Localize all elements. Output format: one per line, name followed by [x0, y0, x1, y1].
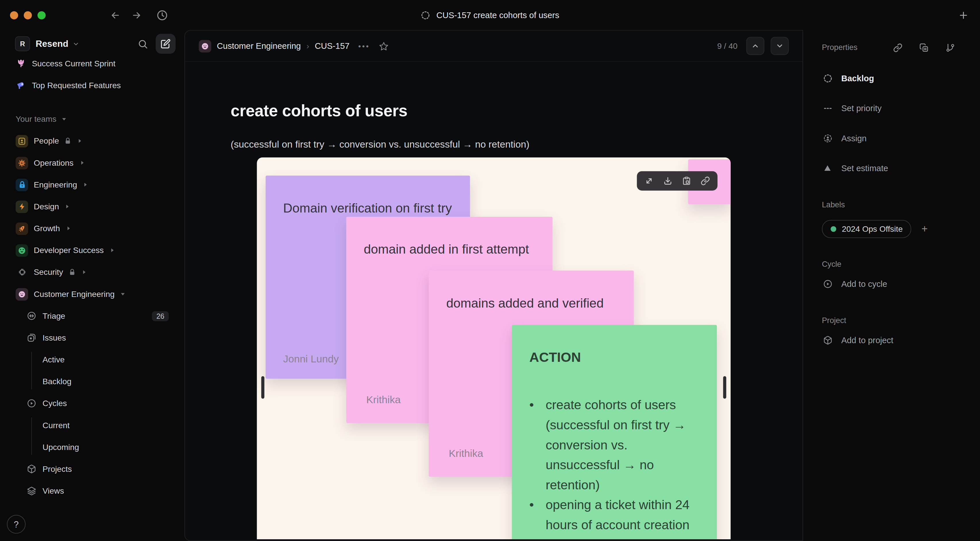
- forward-icon[interactable]: [131, 10, 142, 21]
- breadcrumb-issue-id[interactable]: CUS-157: [315, 41, 350, 51]
- git-branch-icon[interactable]: [945, 43, 955, 52]
- new-issue-button[interactable]: [156, 34, 176, 54]
- sidebar-team-people[interactable]: People: [0, 130, 185, 152]
- titlebar: CUS-157 create cohorts of users: [0, 0, 980, 30]
- issue-title[interactable]: create cohorts of users: [231, 101, 802, 121]
- sidebar-item-upcoming[interactable]: Upcoming: [0, 436, 185, 458]
- window-minimize-button[interactable]: [24, 11, 32, 19]
- search-icon[interactable]: [138, 38, 148, 49]
- chevron-right-icon: [81, 269, 87, 275]
- chevron-up-icon: [751, 42, 759, 50]
- add-to-cycle-button[interactable]: Add to cycle: [822, 273, 955, 294]
- status-selector[interactable]: Backlog: [822, 67, 955, 89]
- image-resize-handle-left[interactable]: [261, 376, 264, 399]
- help-button[interactable]: ?: [7, 515, 25, 533]
- play-circle-icon: [822, 279, 833, 289]
- history-clock-icon[interactable]: [156, 9, 168, 21]
- more-actions-button[interactable]: •••: [358, 41, 370, 50]
- window-zoom-button[interactable]: [38, 11, 46, 19]
- estimate-selector[interactable]: Set estimate: [822, 158, 955, 178]
- play-circle-icon: [27, 399, 37, 408]
- label-name: 2024 Ops Offsite: [842, 224, 903, 234]
- issue-description[interactable]: (successful on first try → conversion vs…: [231, 139, 802, 150]
- sidebar-team-growth[interactable]: Growth: [0, 217, 185, 239]
- sidebar-team-security[interactable]: Security: [0, 261, 185, 283]
- sidebar-item-views[interactable]: Views: [0, 480, 185, 502]
- issues-icon: [27, 333, 37, 342]
- next-issue-button[interactable]: [771, 37, 789, 55]
- priority-selector[interactable]: Set priority: [822, 97, 955, 119]
- sidebar-team-developer-success[interactable]: Developer Success: [0, 239, 185, 261]
- whiteboard-image-embed[interactable]: hi Domain verification on first try Jonn…: [257, 158, 730, 539]
- link-icon[interactable]: [700, 176, 710, 186]
- sidebar-item-label: Projects: [43, 464, 72, 474]
- expand-icon[interactable]: [644, 176, 654, 186]
- note-author: Jonni Lundy: [283, 348, 339, 369]
- layers-icon: [27, 486, 37, 496]
- your-teams-header[interactable]: Your teams: [0, 108, 185, 130]
- image-toolbar: [637, 171, 718, 190]
- favorite-star-icon[interactable]: [379, 41, 388, 51]
- people-team-icon: [16, 135, 28, 147]
- properties-title: Properties: [822, 43, 858, 52]
- previous-issue-button[interactable]: [746, 37, 764, 55]
- chevron-down-icon: [120, 291, 126, 297]
- status-value: Backlog: [841, 73, 874, 83]
- sidebar-team-label: Security: [34, 267, 63, 277]
- sidebar-team-label: People: [34, 136, 59, 146]
- sidebar-item-success-current-sprint[interactable]: Success Current Sprint: [0, 57, 185, 74]
- window-close-button[interactable]: [10, 11, 18, 19]
- copy-id-icon[interactable]: [920, 43, 929, 52]
- lock-icon: [65, 138, 72, 145]
- workspace-switcher[interactable]: R Resend: [0, 30, 185, 57]
- sidebar-item-label: Active: [43, 355, 65, 364]
- note-text: domains added and verified: [446, 293, 616, 313]
- gear-icon: [16, 156, 28, 169]
- chevron-right-icon: [79, 160, 85, 166]
- copy-link-icon[interactable]: [893, 43, 903, 52]
- sidebar-team-customer-engineering[interactable]: Customer Engineering: [0, 283, 185, 305]
- linear-app-window: CUS-157 create cohorts of users R Resend…: [0, 0, 980, 541]
- chip-icon: [16, 266, 28, 278]
- issue-pager: 9 / 40: [717, 37, 789, 55]
- sidebar: R Resend Success Current Sprint Top Requ…: [0, 30, 185, 541]
- sidebar-item-cycles[interactable]: Cycles: [0, 393, 185, 414]
- sidebar-team-label: Operations: [34, 158, 73, 168]
- assignee-selector[interactable]: Assign: [822, 127, 955, 149]
- sidebar-item-current[interactable]: Current: [0, 414, 185, 436]
- megaphone-icon: [16, 80, 26, 91]
- new-tab-button[interactable]: [958, 0, 969, 30]
- star-struck-emoji-icon: [16, 244, 28, 257]
- help-label: ?: [14, 519, 19, 529]
- window-title-text: CUS-157 create cohorts of users: [436, 10, 559, 20]
- sidebar-item-top-requested-features[interactable]: Top Requested Features: [0, 74, 185, 96]
- bullet-item: opening a ticket within 24 hours of acco…: [529, 495, 699, 535]
- download-icon[interactable]: [663, 176, 673, 186]
- sidebar-item-active[interactable]: Active: [0, 348, 185, 371]
- sidebar-item-triage[interactable]: Triage 26: [0, 305, 185, 327]
- sidebar-team-design[interactable]: Design: [0, 196, 185, 217]
- add-to-project-button[interactable]: Add to project: [822, 329, 955, 351]
- team-smiley-icon: [199, 40, 212, 52]
- add-label-button[interactable]: +: [921, 223, 928, 235]
- sidebar-team-engineering[interactable]: Engineering: [0, 174, 185, 196]
- sidebar-item-label: Issues: [43, 333, 66, 342]
- properties-header: Properties: [822, 40, 955, 55]
- sidebar-item-label: Success Current Sprint: [32, 59, 116, 68]
- note-title: ACTION: [529, 347, 699, 368]
- note-text: domain added in first attempt: [364, 239, 535, 259]
- label-pill[interactable]: 2024 Ops Offsite: [822, 220, 912, 238]
- sidebar-item-projects[interactable]: Projects: [0, 458, 185, 480]
- sidebar-item-label: Current: [43, 420, 70, 430]
- note-bullet-list: create cohorts of users (successful on f…: [529, 395, 699, 535]
- issues-subgroup: Active Backlog: [0, 348, 185, 392]
- sidebar-item-backlog[interactable]: Backlog: [0, 371, 185, 392]
- breadcrumb-team[interactable]: Customer Engineering: [217, 41, 301, 51]
- estimate-value: Set estimate: [841, 163, 888, 173]
- sidebar-team-operations[interactable]: Operations: [0, 152, 185, 174]
- chevron-right-icon: [77, 138, 83, 144]
- sidebar-item-issues[interactable]: Issues: [0, 327, 185, 348]
- copy-to-clipboard-icon[interactable]: [682, 176, 691, 186]
- image-resize-handle-right[interactable]: [723, 376, 726, 399]
- back-icon[interactable]: [110, 10, 121, 21]
